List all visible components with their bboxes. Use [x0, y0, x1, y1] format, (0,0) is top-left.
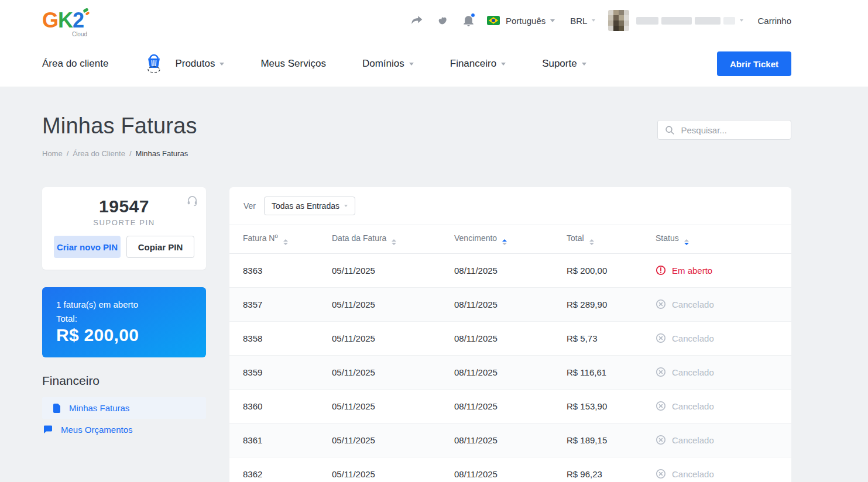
hand-icon[interactable]	[437, 15, 449, 26]
page-head: Minhas Faturas Home / Área do Cliente / …	[42, 87, 791, 158]
support-pin-label: SUPORTE PIN	[54, 218, 194, 227]
invoice-date-cell: 05/11/2025	[332, 287, 454, 321]
sidebar-item-meus-orcamentos[interactable]: Meus Orçamentos	[42, 419, 206, 440]
invoice-date-cell: 05/11/2025	[332, 457, 454, 482]
logo-letter-k: K	[58, 8, 73, 32]
column-header[interactable]: Total	[567, 225, 656, 253]
invoice-number-cell: 8359	[229, 355, 332, 389]
filter-label: Ver	[243, 201, 256, 211]
filter-selected-value: Todas as Entradas	[272, 201, 339, 211]
status-badge: Cancelado	[656, 435, 791, 445]
total-cell: R$ 189,15	[567, 423, 656, 457]
logo[interactable]: GK2 Cloud	[42, 10, 84, 31]
brazil-flag-icon	[487, 16, 500, 25]
status-badge: Cancelado	[656, 333, 791, 343]
header-top-row: GK2 Cloud Português	[0, 0, 868, 41]
status-label: Cancelado	[672, 367, 714, 377]
header: GK2 Cloud Português	[0, 0, 868, 87]
notification-dot	[471, 13, 475, 18]
copy-pin-button[interactable]: Copiar PIN	[126, 236, 194, 258]
status-label: Cancelado	[672, 401, 714, 411]
chevron-down-icon	[409, 63, 414, 66]
sort-arrows-icon[interactable]	[502, 239, 507, 245]
cancel-circle-icon	[656, 401, 666, 411]
sort-arrows-icon[interactable]	[283, 239, 288, 245]
column-label: Total	[567, 233, 584, 243]
table-filter-row: Ver Todas as Entradas	[229, 187, 791, 225]
open-invoices-count: 1 fatura(s) em aberto	[56, 299, 192, 309]
page-title: Minhas Faturas	[42, 113, 197, 139]
column-header[interactable]: Vencimento	[454, 225, 567, 253]
status-label: Cancelado	[672, 333, 714, 343]
basket-icon[interactable]	[145, 54, 163, 74]
status-label: Cancelado	[672, 469, 714, 479]
table-row[interactable]: 8361 05/11/2025 08/11/2025 R$ 189,15 Can…	[229, 423, 791, 457]
chevron-down-icon	[219, 63, 224, 66]
logo-subtitle: Cloud	[72, 32, 87, 37]
user-name-redacted	[636, 17, 735, 25]
chevron-down-icon	[592, 19, 595, 22]
nav-area-do-cliente[interactable]: Área do cliente	[42, 58, 108, 70]
main-content: Minhas Faturas Home / Área do Cliente / …	[0, 87, 868, 482]
due-date-cell: 08/11/2025	[454, 389, 567, 423]
column-header[interactable]: Status	[656, 225, 791, 253]
nav-meus-servicos[interactable]: Meus Serviços	[260, 58, 325, 70]
nav-financeiro[interactable]: Financeiro	[450, 58, 506, 70]
bell-icon[interactable]	[463, 15, 474, 27]
table-row[interactable]: 8358 05/11/2025 08/11/2025 R$ 5,73 Cance…	[229, 321, 791, 355]
search-input[interactable]	[681, 125, 784, 135]
language-selector[interactable]: Português	[487, 16, 555, 26]
invoice-date-cell: 05/11/2025	[332, 321, 454, 355]
nav-produtos[interactable]: Produtos	[175, 58, 224, 70]
column-label: Data da Fatura	[332, 233, 386, 243]
open-ticket-button[interactable]: Abrir Ticket	[717, 51, 791, 76]
chevron-down-icon	[550, 19, 555, 22]
due-date-cell: 08/11/2025	[454, 457, 567, 482]
invoice-date-cell: 05/11/2025	[332, 389, 454, 423]
entries-filter-select[interactable]: Todas as Entradas	[264, 197, 355, 215]
sort-arrows-icon[interactable]	[392, 239, 396, 245]
total-label: Total:	[56, 314, 192, 323]
search-icon	[665, 125, 674, 136]
breadcrumb-area-do-cliente[interactable]: Área do Cliente	[73, 149, 125, 158]
total-cell: R$ 289,90	[567, 287, 656, 321]
nav-suporte[interactable]: Suporte	[542, 58, 586, 70]
share-icon[interactable]	[411, 15, 423, 26]
search-box	[657, 120, 791, 140]
sidebar-item-minhas-faturas[interactable]: Minhas Faturas	[42, 397, 206, 419]
cancel-circle-icon	[656, 367, 666, 377]
status-badge: Cancelado	[656, 299, 791, 309]
table-row[interactable]: 8363 05/11/2025 08/11/2025 R$ 200,00 Em …	[229, 253, 791, 287]
cart-link[interactable]: Carrinho	[757, 16, 791, 26]
language-label: Português	[506, 16, 545, 26]
column-label: Vencimento	[454, 233, 497, 243]
column-header[interactable]: Data da Fatura	[332, 225, 454, 253]
status-badge: Cancelado	[656, 469, 791, 479]
breadcrumb-home[interactable]: Home	[42, 149, 63, 158]
invoices-table-card: Ver Todas as Entradas Fatura Nº Data da …	[229, 187, 791, 482]
table-row[interactable]: 8360 05/11/2025 08/11/2025 R$ 153,90 Can…	[229, 389, 791, 423]
currency-selector[interactable]: BRL	[570, 16, 595, 26]
status-label: Cancelado	[672, 299, 714, 309]
document-icon	[53, 404, 61, 413]
sidebar: 19547 SUPORTE PIN Criar novo PIN Copiar …	[42, 187, 206, 440]
total-amount: R$ 200,00	[56, 325, 192, 345]
table-row[interactable]: 8357 05/11/2025 08/11/2025 R$ 289,90 Can…	[229, 287, 791, 321]
table-header-row: Fatura Nº Data da Fatura Vencimento Tota…	[229, 225, 791, 253]
support-pin-card: 19547 SUPORTE PIN Criar novo PIN Copiar …	[42, 187, 206, 270]
sort-arrows-icon[interactable]	[684, 239, 689, 245]
invoice-date-cell: 05/11/2025	[332, 423, 454, 457]
column-header[interactable]: Fatura Nº	[229, 225, 332, 253]
table-row[interactable]: 8359 05/11/2025 08/11/2025 R$ 116,61 Can…	[229, 355, 791, 389]
total-cell: R$ 200,00	[567, 253, 656, 287]
sort-arrows-icon[interactable]	[589, 239, 594, 245]
cancel-circle-icon	[656, 469, 666, 479]
open-invoices-summary-card: 1 fatura(s) em aberto Total: R$ 200,00	[42, 287, 206, 357]
status-badge: Cancelado	[656, 367, 791, 377]
table-row[interactable]: 8362 05/11/2025 08/11/2025 R$ 96,23 Canc…	[229, 457, 791, 482]
nav-dominios[interactable]: Domínios	[362, 58, 414, 70]
create-pin-button[interactable]: Criar novo PIN	[54, 236, 121, 258]
user-menu[interactable]	[608, 10, 743, 31]
invoice-date-cell: 05/11/2025	[332, 253, 454, 287]
chevron-down-icon	[582, 63, 586, 66]
